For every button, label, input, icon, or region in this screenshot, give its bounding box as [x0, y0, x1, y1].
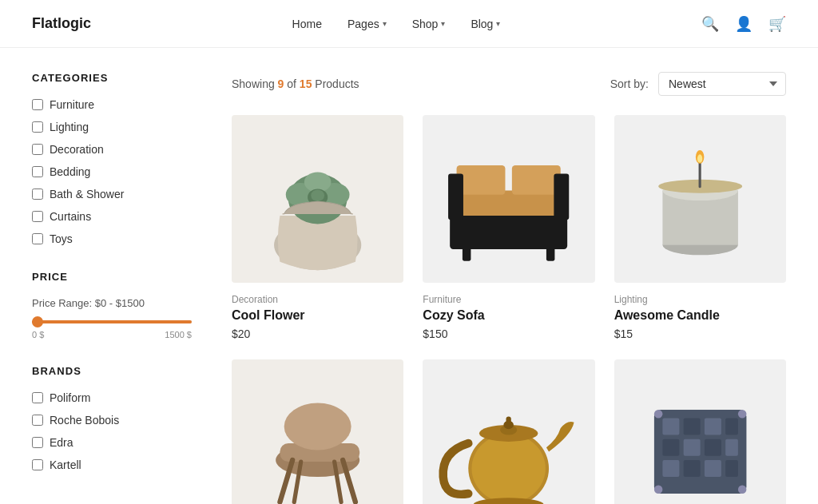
roche-bobois-checkbox[interactable] — [32, 415, 43, 426]
svg-rect-39 — [705, 419, 721, 435]
showing-prefix: Showing — [232, 77, 278, 90]
svg-point-49 — [654, 410, 663, 419]
category-label: Bedding — [50, 165, 90, 178]
categories-title: CATEGORIES — [32, 72, 192, 84]
product-price: $150 — [423, 327, 594, 340]
list-item[interactable]: Furniture — [32, 98, 192, 111]
price-range-fill — [32, 320, 192, 323]
curtains-checkbox[interactable] — [32, 211, 43, 222]
nav-home[interactable]: Home — [292, 18, 322, 30]
svg-rect-44 — [725, 439, 738, 456]
product-card[interactable]: Decoration Cool Flower $20 — [232, 115, 403, 340]
category-label: Decoration — [50, 143, 104, 156]
sort-label: Sort by: — [610, 77, 649, 90]
svg-rect-34 — [506, 416, 511, 427]
price-max: 1500 $ — [165, 330, 192, 339]
svg-rect-9 — [457, 165, 506, 195]
svg-rect-14 — [546, 248, 555, 261]
svg-rect-48 — [725, 460, 738, 477]
price-title: PRICE — [32, 271, 192, 283]
chevron-down-icon: ▾ — [383, 19, 387, 28]
bedding-checkbox[interactable] — [32, 166, 43, 177]
list-item[interactable]: Edra — [32, 436, 192, 449]
product-category: Lighting — [614, 294, 786, 305]
content-header: Showing 9 of 15 Products Sort by: Newest… — [232, 72, 786, 96]
product-category: Decoration — [232, 294, 403, 305]
svg-point-30 — [472, 434, 546, 502]
main-container: CATEGORIES Furniture Lighting Decoration… — [0, 48, 818, 504]
edra-checkbox[interactable] — [32, 437, 43, 448]
product-name: Cozy Sofa — [423, 308, 594, 323]
brand-label: Roche Bobois — [50, 414, 119, 427]
list-item[interactable]: Bath & Shower — [32, 188, 192, 200]
svg-point-50 — [738, 410, 747, 419]
brand-label: Poliform — [50, 391, 90, 404]
svg-rect-40 — [725, 419, 738, 435]
header: Flatlogic Home Pages ▾ Shop ▾ Blog ▾ 🔍 👤… — [0, 0, 818, 48]
nav-shop[interactable]: Shop ▾ — [412, 18, 446, 30]
svg-rect-38 — [683, 419, 700, 435]
list-item[interactable]: Kartell — [32, 458, 192, 471]
nav-pages[interactable]: Pages ▾ — [347, 18, 387, 30]
category-label: Furniture — [50, 98, 94, 111]
brand-label: Kartell — [50, 458, 81, 471]
lighting-checkbox[interactable] — [32, 121, 43, 133]
price-section: PRICE Price Range: $0 - $1500 0 $ 1500 $ — [32, 271, 192, 339]
toys-checkbox[interactable] — [32, 233, 43, 244]
user-icon[interactable]: 👤 — [735, 15, 752, 33]
bath-shower-checkbox[interactable] — [32, 189, 43, 200]
showing-of: of — [284, 77, 299, 90]
list-item[interactable]: Poliform — [32, 391, 192, 404]
price-min: 0 $ — [32, 330, 44, 339]
svg-rect-41 — [662, 439, 679, 456]
furniture-checkbox[interactable] — [32, 99, 43, 110]
svg-rect-19 — [698, 161, 701, 189]
cart-icon[interactable]: 🛒 — [768, 15, 786, 33]
brands-section: BRANDS Poliform Roche Bobois Edra Kartel… — [32, 365, 192, 471]
product-card[interactable]: Furniture Lounge Chair $280 — [232, 359, 403, 504]
product-price: $15 — [614, 327, 786, 340]
svg-rect-43 — [705, 439, 721, 456]
price-range-labels: 0 $ 1500 $ — [32, 330, 192, 339]
svg-rect-42 — [683, 439, 700, 456]
list-item[interactable]: Lighting — [32, 121, 192, 133]
product-card[interactable]: Furniture Cozy Sofa $150 — [423, 115, 594, 340]
list-item[interactable]: Toys — [32, 232, 192, 245]
product-image — [232, 115, 403, 283]
svg-point-6 — [311, 189, 324, 201]
product-name: Awesome Candle — [614, 308, 786, 323]
brands-title: BRANDS — [32, 365, 192, 377]
sort-select[interactable]: Newest Oldest Price: Low to High Price: … — [658, 72, 786, 96]
list-item[interactable]: Bedding — [32, 165, 192, 178]
svg-rect-46 — [683, 460, 700, 477]
header-icons: 🔍 👤 🛒 — [701, 15, 786, 33]
product-image — [423, 359, 594, 504]
svg-rect-47 — [705, 460, 721, 477]
product-price: $20 — [232, 327, 403, 340]
svg-point-24 — [284, 403, 351, 450]
price-range-thumb[interactable] — [32, 316, 43, 327]
category-label: Lighting — [50, 121, 89, 133]
showing-total: 15 — [300, 77, 312, 90]
logo: Flatlogic — [32, 15, 91, 32]
product-image — [614, 359, 786, 504]
svg-rect-37 — [662, 419, 679, 435]
poliform-checkbox[interactable] — [32, 392, 43, 403]
list-item[interactable]: Curtains — [32, 210, 192, 223]
svg-rect-45 — [662, 460, 679, 477]
showing-suffix: Products — [312, 77, 359, 90]
list-item[interactable]: Roche Bobois — [32, 414, 192, 427]
price-range-label: Price Range: $0 - $1500 — [32, 297, 192, 309]
product-card[interactable]: Decoration Patterned Pillow $35 — [614, 359, 786, 504]
product-card[interactable]: Lighting Awesome Candle $15 — [614, 115, 786, 340]
category-label: Toys — [50, 232, 73, 245]
decoration-checkbox[interactable] — [32, 144, 43, 155]
product-card[interactable]: Decoration Vintage Kettle $45 — [423, 359, 594, 504]
search-icon[interactable]: 🔍 — [701, 15, 719, 33]
kartell-checkbox[interactable] — [32, 459, 43, 470]
list-item[interactable]: Decoration — [32, 143, 192, 156]
nav-blog[interactable]: Blog ▾ — [471, 18, 500, 30]
svg-rect-11 — [448, 174, 463, 220]
product-name: Cool Flower — [232, 308, 403, 323]
svg-rect-12 — [554, 174, 570, 220]
